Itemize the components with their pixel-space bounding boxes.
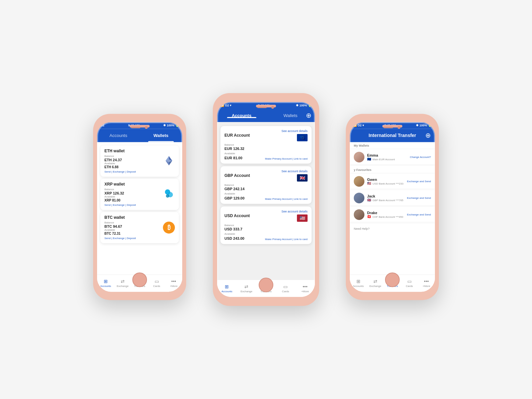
avatar-gwen bbox=[354, 176, 364, 187]
bottom-nav-exchange-right[interactable]: ⇄ Exchange bbox=[367, 279, 384, 288]
contact-name-emma: Emma bbox=[367, 153, 410, 157]
wallet-title-xrp: XRP wallet bbox=[104, 182, 163, 187]
tab-wallets-left[interactable]: Wallets bbox=[140, 129, 182, 142]
contact-action-drake[interactable]: Exchange and Send bbox=[407, 213, 431, 216]
contact-info-drake: Drake 🇨🇭 CHF Bank Account ***450 bbox=[367, 211, 407, 218]
screen-center: 📶 O2 ▾ 9:41 AM ✱ 100% 🔋 Accounts Wallets… bbox=[217, 102, 315, 297]
scene: O2 9:41 AM ✱ 100% 🔋 Accounts Wallets bbox=[83, 50, 449, 349]
account-title-eur: EUR Account bbox=[224, 133, 250, 138]
divider-4 bbox=[350, 190, 435, 190]
account-card-header-eur: EUR Account See account details 🇪🇺 bbox=[224, 129, 308, 141]
account-card-gbp: GBP Account See account details 🇬🇧 Balan… bbox=[220, 166, 312, 204]
accounts-icon-center: ⊞ bbox=[225, 284, 229, 289]
section-wallets-label: My Wallets bbox=[350, 142, 435, 148]
carrier-left: O2 bbox=[100, 124, 104, 127]
contact-info-gwen: Gwen 🇺🇸 USD Bank Account ***233 bbox=[367, 178, 407, 185]
flag-us: 🇺🇸 bbox=[297, 214, 308, 222]
contact-row-emma: Emma 🇪🇺 Main EUR Account Change Account? bbox=[350, 150, 435, 165]
wallet-info-btc: BTC wallet Balance BTC 94.67 Available B… bbox=[104, 215, 163, 240]
xrp-icon bbox=[163, 188, 175, 200]
account-actions-usd[interactable]: Make Primary Account | Link to card bbox=[265, 238, 308, 241]
contact-account-emma: 🇪🇺 Main EUR Account bbox=[367, 157, 410, 161]
wallet-card-btc: BTC wallet Balance BTC 94.67 Available B… bbox=[100, 212, 179, 243]
cards-icon-center: ▭ bbox=[283, 284, 288, 289]
contact-row-jack: Jack 🇬🇧 GBP Bank Account ***765 Exchange… bbox=[350, 191, 435, 205]
transfer-header: International Transfer ⊕ bbox=[350, 129, 435, 142]
battery-left: ✱ 100% 🔋 bbox=[163, 124, 179, 127]
screen-right: 📶 O2 ▾ 9:41 AM ✱ 100% 🔋 International Tr… bbox=[350, 122, 435, 292]
avatar-jack bbox=[354, 193, 364, 203]
tab-accounts-center[interactable]: Accounts bbox=[217, 113, 266, 118]
bottom-nav-more-center[interactable]: ••• +More bbox=[295, 284, 315, 293]
account-link-eur[interactable]: See account details bbox=[281, 129, 308, 133]
bottom-nav-exchange-center[interactable]: ⇄ Exchange bbox=[237, 284, 256, 293]
wallet-actions-eth[interactable]: Send | Exchange | Deposit bbox=[104, 170, 163, 173]
phone-left-camera bbox=[145, 126, 148, 129]
plus-button-center[interactable]: ⊕ bbox=[306, 111, 312, 119]
divider-2 bbox=[350, 165, 435, 166]
screen-left: O2 9:41 AM ✱ 100% 🔋 Accounts Wallets bbox=[97, 122, 182, 292]
phone-center-speaker bbox=[257, 107, 267, 108]
section-favourites-label: y Favourites bbox=[350, 166, 435, 172]
phone-center-camera bbox=[271, 106, 274, 109]
bottom-nav-exchange-left[interactable]: ⇄ Exchange bbox=[114, 279, 131, 288]
accounts-icon-right: ⊞ bbox=[356, 279, 360, 284]
divider-1 bbox=[350, 149, 435, 149]
more-icon-left: ••• bbox=[171, 279, 176, 284]
wallet-info-xrp: XRP wallet Balance XRP 126.32 Available … bbox=[104, 182, 163, 206]
flag-jack: 🇬🇧 bbox=[367, 198, 371, 202]
flag-uk: 🇬🇧 bbox=[297, 174, 308, 182]
phone-right-inner: 📶 O2 ▾ 9:41 AM ✱ 100% 🔋 International Tr… bbox=[350, 122, 435, 292]
change-account-button[interactable]: Change Account? bbox=[410, 156, 431, 159]
contact-account-gwen: 🇺🇸 USD Bank Account ***233 bbox=[367, 182, 407, 185]
contact-action-gwen[interactable]: Exchange and Send bbox=[407, 180, 431, 183]
phone-left: O2 9:41 AM ✱ 100% 🔋 Accounts Wallets bbox=[93, 114, 186, 300]
phone-center: 📶 O2 ▾ 9:41 AM ✱ 100% 🔋 Accounts Wallets… bbox=[213, 93, 319, 306]
exchange-icon-right: ⇄ bbox=[373, 279, 377, 284]
svg-point-7 bbox=[166, 194, 169, 198]
exchange-icon-center: ⇄ bbox=[244, 284, 248, 289]
bottom-nav-accounts-left[interactable]: ⊞ Accounts bbox=[97, 279, 114, 288]
account-link-usd[interactable]: See account details bbox=[281, 210, 308, 213]
bottom-nav-cards-center[interactable]: ▭ Cards bbox=[276, 284, 295, 293]
battery-center: ✱ 100% 🔋 bbox=[296, 104, 312, 107]
wallet-actions-btc[interactable]: Send | Exchange | Deposit bbox=[104, 237, 163, 240]
avatar-drake bbox=[354, 209, 364, 220]
contact-row-gwen: Gwen 🇺🇸 USD Bank Account ***233 Exchange… bbox=[350, 174, 435, 189]
carrier-right: 📶 O2 ▾ bbox=[353, 124, 364, 127]
eth-icon bbox=[163, 155, 175, 167]
phone-right: 📶 O2 ▾ 9:41 AM ✱ 100% 🔋 International Tr… bbox=[346, 114, 439, 300]
contact-info-emma: Emma 🇪🇺 Main EUR Account bbox=[367, 153, 410, 161]
account-card-eur: EUR Account See account details 🇪🇺 Balan… bbox=[220, 126, 312, 164]
bottom-nav-more-left[interactable]: ••• +More bbox=[165, 279, 182, 288]
account-title-usd: USD Account bbox=[224, 213, 250, 218]
bottom-nav-accounts-right[interactable]: ⊞ Accounts bbox=[350, 279, 367, 288]
wallet-info-eth: ETH wallet Balance ETH 24.37 Available E… bbox=[104, 149, 163, 173]
account-actions-gbp[interactable]: Make Primary Account | Link to card bbox=[265, 198, 308, 200]
account-card-usd: USD Account See account details 🇺🇸 Balan… bbox=[220, 206, 312, 244]
battery-right: ✱ 100% 🔋 bbox=[416, 124, 432, 127]
home-button-left[interactable] bbox=[132, 272, 147, 287]
home-button-center[interactable] bbox=[259, 278, 273, 292]
bottom-nav-cards-left[interactable]: ▭ Cards bbox=[148, 279, 165, 288]
home-button-right[interactable] bbox=[385, 272, 400, 287]
bottom-nav-more-right[interactable]: ••• +More bbox=[418, 279, 435, 288]
contact-action-jack[interactable]: Exchange and Send bbox=[407, 197, 431, 200]
transfer-title: International Transfer bbox=[368, 133, 416, 138]
wallet-title-eth: ETH wallet bbox=[104, 149, 163, 153]
exchange-icon-left: ⇄ bbox=[121, 279, 125, 284]
divider-3 bbox=[350, 173, 435, 173]
bottom-nav-cards-right[interactable]: ▭ Cards bbox=[401, 279, 418, 288]
account-link-gbp[interactable]: See account details bbox=[281, 170, 308, 173]
wallet-actions-xrp[interactable]: Send | Exchange | Deposit bbox=[104, 203, 163, 206]
help-text: Need Help? bbox=[354, 227, 370, 230]
bottom-nav-accounts-center[interactable]: ⊞ Accounts bbox=[217, 284, 237, 293]
divider-6 bbox=[350, 223, 435, 223]
flag-emma: 🇪🇺 bbox=[367, 157, 371, 161]
tab-accounts-left[interactable]: Accounts bbox=[97, 129, 140, 142]
account-actions-eur[interactable]: Make Primary Account | Link to card bbox=[265, 157, 308, 160]
flag-gwen: 🇺🇸 bbox=[367, 182, 371, 185]
nav-tabs-left: Accounts Wallets bbox=[97, 129, 182, 142]
transfer-plus-button[interactable]: ⊕ bbox=[425, 131, 431, 139]
flag-eu: 🇪🇺 bbox=[297, 134, 308, 141]
